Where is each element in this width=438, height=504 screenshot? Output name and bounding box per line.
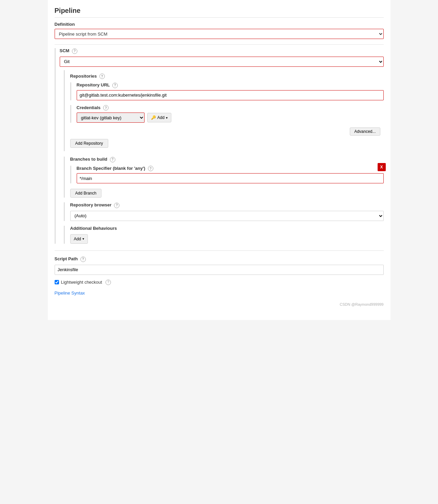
repo-browser-help-icon[interactable]: ?: [114, 203, 119, 208]
definition-select[interactable]: Pipeline script from SCM: [55, 29, 384, 39]
branch-specifier-label: Branch Specifier (blank for 'any') ?: [77, 166, 384, 172]
repositories-section: Repositories ? Repository URL ? Credenti…: [64, 70, 384, 152]
advanced-button[interactable]: Advanced...: [350, 127, 380, 136]
key-icon: 🔑: [151, 115, 156, 120]
credentials-section: Credentials ? gitlat-kev (gitlab key) 🔑 …: [70, 105, 384, 123]
additional-behaviours-add-button[interactable]: Add ▾: [70, 234, 88, 244]
scm-section: SCM ? Git Repositories ? Repository URL …: [55, 48, 384, 244]
add-branch-button[interactable]: Add Branch: [70, 189, 102, 198]
repo-url-label: Repository URL ?: [77, 82, 384, 88]
advanced-row: Advanced...: [70, 127, 380, 136]
repo-url-section: Repository URL ?: [70, 82, 384, 100]
watermark: CSDN @Raymond999999: [55, 302, 384, 306]
branch-specifier-input[interactable]: [77, 173, 384, 183]
branch-specifier-section: X Branch Specifier (blank for 'any') ?: [70, 166, 384, 184]
repositories-help-icon[interactable]: ?: [99, 74, 105, 79]
branches-label: Branches to build ?: [70, 157, 384, 162]
branches-section: Branches to build ? X Branch Specifier (…: [64, 157, 384, 198]
add-dropdown-arrow: ▾: [166, 116, 168, 120]
credentials-select[interactable]: gitlat-kev (gitlab key): [77, 113, 145, 123]
lightweight-label: Lightweight checkout: [61, 280, 102, 285]
page-title: Pipeline: [55, 7, 384, 18]
add-repository-button[interactable]: Add Repository: [70, 139, 108, 148]
definition-section: Definition Pipeline script from SCM: [55, 22, 384, 39]
lightweight-checkbox[interactable]: [55, 280, 59, 284]
additional-add-dropdown-arrow: ▾: [82, 237, 84, 241]
repo-url-input[interactable]: [77, 90, 384, 100]
branch-specifier-help-icon[interactable]: ?: [148, 166, 153, 171]
script-path-help-icon[interactable]: ?: [80, 257, 86, 262]
additional-behaviours-section: Additional Behaviours Add ▾: [64, 226, 384, 244]
credentials-help-icon[interactable]: ?: [103, 105, 109, 110]
credentials-add-button[interactable]: 🔑 Add ▾: [147, 113, 171, 122]
script-path-input[interactable]: [55, 265, 384, 275]
scm-label: SCM ?: [60, 48, 384, 54]
script-path-label: Script Path ?: [55, 256, 384, 262]
credentials-row: gitlat-kev (gitlab key) 🔑 Add ▾: [77, 113, 384, 123]
scm-select[interactable]: Git: [60, 57, 384, 67]
scm-help-icon[interactable]: ?: [72, 48, 77, 54]
repo-browser-label: Repository browser ?: [70, 202, 384, 208]
repo-url-help-icon[interactable]: ?: [112, 83, 118, 88]
pipeline-syntax-link[interactable]: Pipeline Syntax: [55, 290, 85, 296]
additional-behaviours-label: Additional Behaviours: [70, 226, 384, 231]
repo-browser-select[interactable]: (Auto): [70, 211, 384, 221]
credentials-label: Credentials ?: [77, 105, 384, 111]
branches-help-icon[interactable]: ?: [110, 157, 115, 162]
lightweight-checkout-row: Lightweight checkout ?: [55, 280, 384, 285]
script-path-section: Script Path ?: [55, 250, 384, 275]
repo-browser-section: Repository browser ? (Auto): [64, 202, 384, 221]
repositories-label: Repositories ?: [70, 74, 384, 79]
lightweight-help-icon[interactable]: ?: [106, 280, 111, 285]
delete-branch-button[interactable]: X: [378, 163, 386, 171]
definition-label: Definition: [55, 22, 384, 27]
